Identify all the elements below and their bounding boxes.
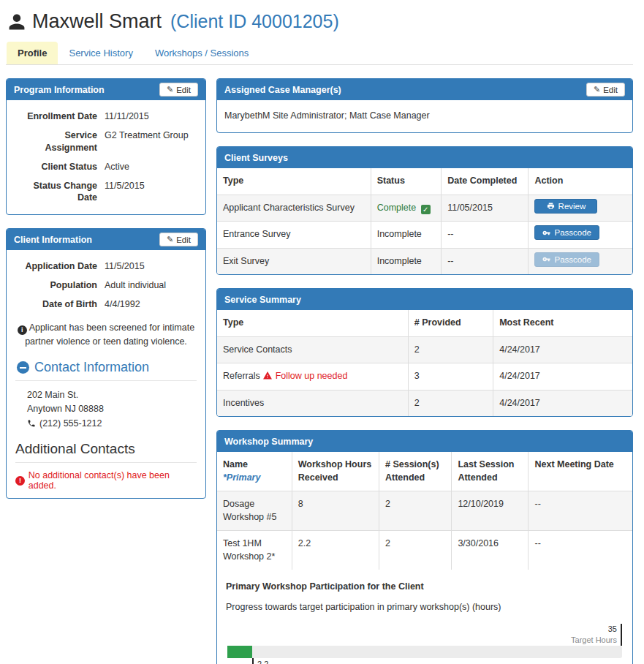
contact-information-toggle[interactable]: Contact Information [17, 360, 197, 375]
field-value: Active [105, 161, 197, 173]
table-row: Service Contacts 2 4/24/2017 [217, 336, 632, 363]
program-information-panel: Program Information ✎ Edit Enrollment Da… [6, 78, 206, 215]
workshop-sessions: 2 [379, 491, 452, 531]
address-block: 202 Main St. Anytown NJ 08888 (212) 555-… [15, 388, 197, 431]
client-profile-page: Maxwell Smart (Client ID 40001205) Profi… [0, 0, 644, 664]
workshop-hours: 8 [292, 491, 379, 531]
client-surveys-panel: Client Surveys Type Status Date Complete… [216, 146, 633, 275]
workshop-hours: 2.2 [292, 531, 379, 570]
client-name: Maxwell Smart [32, 10, 162, 33]
warning-triangle-icon [262, 371, 273, 381]
survey-type: Exit Survey [217, 248, 371, 274]
table-row: Test 1HM Workshop 2* 2.2 2 3/30/2016 -- [217, 531, 632, 570]
survey-status: Incomplete [371, 248, 442, 274]
client-surveys-header: Client Surveys [217, 147, 632, 168]
service-provided: 3 [408, 363, 493, 391]
service-type: Service Contacts [217, 336, 408, 363]
workshop-next-meeting: -- [529, 491, 632, 531]
case-managers-panel: Assigned Case Manager(s) ✎ Edit Marybeth… [216, 78, 633, 133]
pencil-icon: ✎ [594, 85, 600, 94]
phone-icon [27, 419, 36, 428]
panel-title: Program Information [14, 85, 105, 95]
key-icon [542, 229, 550, 237]
case-managers-header: Assigned Case Manager(s) ✎ Edit [217, 79, 632, 100]
panel-title: Service Summary [224, 295, 301, 305]
service-summary-header: Service Summary [217, 289, 632, 310]
program-information-edit-button[interactable]: ✎ Edit [159, 83, 198, 97]
field-label: Date of Birth [15, 298, 97, 311]
column-header: Workshop Hours Received [292, 452, 379, 491]
workshop-last-session: 3/30/2016 [452, 531, 529, 570]
field-label: Application Date [15, 260, 97, 273]
table-row: Entrance Survey Incomplete -- Passcode [217, 222, 632, 249]
table-row: Dosage Workshop #5 8 2 12/10/2019 -- [217, 491, 632, 531]
service-recent: 4/24/2017 [493, 336, 632, 363]
field-value: 4/4/1992 [105, 298, 197, 311]
tab-service-history[interactable]: Service History [58, 42, 143, 64]
survey-date: -- [442, 222, 529, 249]
field-label: Population [15, 279, 97, 292]
meter-fill [227, 646, 252, 658]
table-row: Applicant Characteristics Survey Complet… [217, 195, 632, 222]
person-icon [7, 12, 26, 31]
target-hours-label: 35 Target Hours [227, 624, 622, 646]
field-label: Service Assignment [15, 129, 97, 154]
client-information-edit-button[interactable]: ✎ Edit [159, 233, 198, 246]
divider [15, 380, 197, 381]
field-label: Enrollment Date [15, 110, 97, 123]
pencil-icon: ✎ [167, 235, 173, 244]
divider [15, 462, 197, 463]
passcode-button[interactable]: Passcode [534, 225, 599, 240]
field-value: G2 Treatment Group [105, 129, 197, 154]
survey-type: Applicant Characteristics Survey [217, 195, 371, 222]
review-button[interactable]: Review [534, 199, 597, 214]
followup-warning: Follow up needed [276, 371, 348, 381]
workshop-sessions: 2 [379, 531, 452, 570]
panel-title: Client Information [14, 235, 92, 245]
service-recent: 4/24/2017 [493, 390, 632, 416]
field-value: 11/5/2015 [105, 260, 197, 273]
participation-section: Primary Workshop Participation for the C… [217, 570, 632, 664]
address-line1: 202 Main St. [27, 388, 197, 402]
column-header: # Provided [408, 310, 493, 336]
page-header: Maxwell Smart (Client ID 40001205) [6, 6, 633, 36]
service-summary-table: Type # Provided Most Recent Service Cont… [217, 310, 632, 416]
workshop-name: Test 1HM Workshop 2* [217, 531, 292, 570]
check-square-icon: ✓ [421, 205, 431, 214]
printer-icon [547, 202, 555, 210]
column-header: Name *Primary [217, 452, 292, 491]
passcode-button-disabled[interactable]: Passcode [534, 252, 599, 267]
tab-workshops-sessions[interactable]: Workshops / Sessions [144, 42, 260, 64]
service-recent: 4/24/2017 [493, 363, 632, 391]
field-label: Status Change Date [15, 180, 97, 205]
case-managers-edit-button[interactable]: ✎ Edit [586, 83, 625, 97]
service-summary-panel: Service Summary Type # Provided Most Rec… [216, 288, 633, 417]
service-type: Incentives [217, 390, 408, 416]
screening-note: i Applicant has been screened for intima… [17, 321, 195, 348]
service-provided: 2 [408, 336, 493, 363]
column-header: Status [371, 168, 442, 195]
additional-contacts-heading: Additional Contacts [15, 441, 197, 457]
table-row: Incentives 2 4/24/2017 [217, 390, 632, 416]
workshop-next-meeting: -- [529, 531, 632, 570]
panel-title: Client Surveys [224, 153, 288, 163]
alert-circle-icon: ! [15, 476, 25, 486]
workshop-summary-header: Workshop Summary [217, 431, 632, 452]
survey-status: Incomplete [371, 222, 442, 249]
field-label: Client Status [15, 161, 97, 173]
column-header: Action [529, 168, 632, 195]
info-circle-icon: i [18, 325, 27, 335]
table-row: Referrals Follow up needed 3 4/24/2017 [217, 363, 632, 391]
tab-profile[interactable]: Profile [7, 42, 58, 64]
service-provided: 2 [408, 390, 493, 416]
service-type: Referrals Follow up needed [217, 363, 408, 391]
primary-note: *Primary [223, 472, 286, 485]
collapse-minus-icon[interactable] [17, 361, 29, 374]
address-line2: Anytown NJ 08888 [27, 402, 197, 416]
client-information-header: Client Information ✎ Edit [7, 229, 205, 250]
column-header: Type [217, 310, 408, 336]
tab-bar: Profile Service History Workshops / Sess… [6, 42, 633, 65]
column-header: Type [217, 168, 371, 195]
participation-heading: Primary Workshop Participation for the C… [226, 581, 624, 592]
panel-title: Workshop Summary [224, 437, 313, 447]
